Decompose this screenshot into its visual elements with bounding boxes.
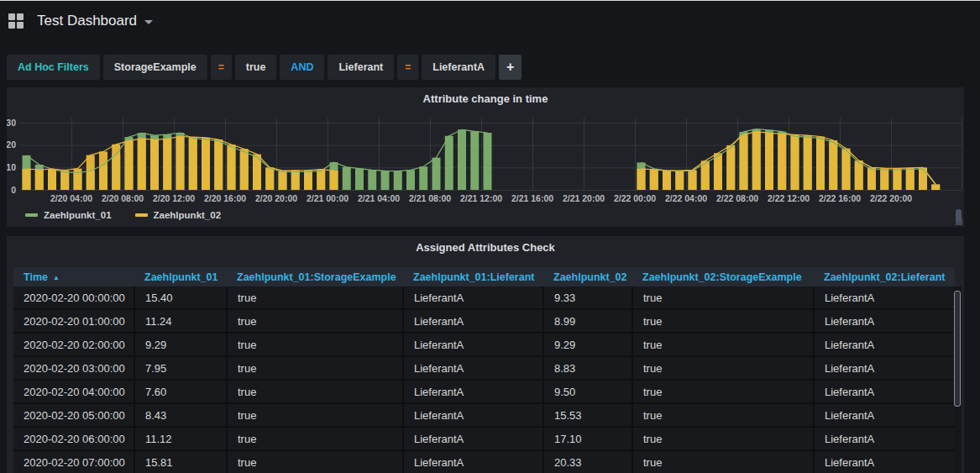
scrollbar-thumb[interactable]: [954, 291, 961, 407]
chart-panel-title[interactable]: Attribute change in time: [7, 92, 964, 105]
legend-item-Zaehlpunkt_01[interactable]: Zaehlpunkt_01: [25, 210, 112, 220]
table-cell: 20.33: [543, 450, 632, 473]
bar: [689, 170, 697, 190]
x-tick-label: 2/22 16:00: [819, 193, 861, 203]
bar: [458, 129, 466, 190]
table-cell: LieferantA: [814, 380, 955, 403]
x-tick-label: 2/20 04:00: [50, 193, 92, 203]
table-cell: LieferantA: [403, 450, 543, 473]
x-tick-label: 2/21 08:00: [409, 193, 451, 203]
table-cell: 2020-02-20 06:00:00: [13, 427, 134, 450]
table-cell: true: [632, 286, 814, 309]
bar: [317, 170, 325, 190]
table-cell: 15.53: [543, 403, 632, 427]
bar: [778, 134, 786, 190]
table-cell: LieferantA: [814, 286, 955, 309]
column-header-Zaehlpunkt_02:Lieferant[interactable]: Zaehlpunkt_02:Lieferant: [814, 267, 955, 286]
add-filter-button[interactable]: +: [499, 55, 521, 80]
panel-resize-handle[interactable]: [955, 218, 962, 225]
filter-value-chip[interactable]: LieferantA: [422, 55, 495, 80]
series-bars-Zaehlpunkt_02: [23, 132, 941, 190]
bar: [60, 170, 69, 190]
bar: [484, 133, 492, 190]
table-cell: LieferantA: [403, 427, 543, 450]
bar: [637, 169, 646, 190]
table-cell: true: [227, 380, 403, 403]
bar: [202, 138, 210, 190]
table-cell: 2020-02-20 07:00:00: [13, 450, 134, 473]
filter-op-chip[interactable]: =: [397, 55, 418, 80]
table-cell: true: [632, 427, 814, 450]
y-tick-label: 30: [7, 118, 16, 128]
table-cell: true: [227, 427, 403, 450]
bar: [381, 171, 390, 190]
bar: [765, 133, 773, 190]
bar: [829, 140, 837, 190]
adhoc-filter-bar: Ad Hoc Filters StorageExample=trueANDLie…: [7, 55, 521, 80]
table-cell: 7.95: [134, 356, 227, 380]
column-header-Zaehlpunkt_02:StorageExample[interactable]: Zaehlpunkt_02:StorageExample: [632, 267, 814, 286]
bar: [304, 171, 312, 190]
table-cell: LieferantA: [814, 356, 955, 380]
bar: [394, 171, 402, 190]
legend-dash-icon: [25, 213, 38, 217]
table-cell: LieferantA: [403, 380, 543, 403]
column-header-Zaehlpunkt_01[interactable]: Zaehlpunkt_01: [134, 267, 227, 286]
table-cell: 9.29: [543, 333, 632, 356]
table-cell: true: [227, 333, 403, 356]
x-tick-label: 2/20 20:00: [255, 193, 297, 203]
bar: [867, 167, 876, 190]
legend-dash-icon: [135, 213, 148, 217]
column-header-Zaehlpunkt_02[interactable]: Zaehlpunkt_02: [543, 267, 632, 286]
dashboard-header: Test Dashboard: [8, 8, 153, 34]
filter-key-chip[interactable]: Lieferant: [328, 55, 394, 80]
x-tick-label: 2/22 04:00: [665, 193, 707, 203]
table-cell: 11.24: [134, 309, 227, 333]
x-tick-label: 2/22 20:00: [870, 193, 912, 203]
bar: [343, 167, 351, 190]
series-line-Zaehlpunkt_01: [27, 129, 936, 185]
panel-attribute-change: Attribute change in time 01020302/20 04:…: [7, 87, 964, 227]
adhoc-filters-label: Ad Hoc Filters: [7, 55, 100, 80]
table-header-row: Time▲Zaehlpunkt_01Zaehlpunkt_01:StorageE…: [13, 267, 955, 286]
table-cell: true: [227, 286, 403, 309]
filter-value-chip[interactable]: true: [235, 55, 277, 80]
table-cell: LieferantA: [403, 309, 543, 333]
y-tick-label: 10: [7, 162, 16, 172]
dashboard-title[interactable]: Test Dashboard: [37, 13, 137, 29]
series-bars-Zaehlpunkt_01: [23, 129, 941, 190]
dashboard-grid-icon[interactable]: [8, 13, 24, 29]
filter-key-chip[interactable]: StorageExample: [103, 55, 207, 80]
table-cell: 8.83: [543, 356, 632, 380]
filter-cond-chip[interactable]: AND: [280, 55, 324, 80]
x-tick-label: 2/22 00:00: [614, 193, 656, 203]
bar: [406, 170, 415, 190]
bar: [470, 131, 479, 190]
table-cell: 11.12: [134, 427, 227, 450]
bar: [432, 158, 441, 190]
chevron-down-icon[interactable]: [144, 20, 153, 24]
table-cell: 17.10: [543, 427, 632, 450]
table-row: 2020-02-20 00:00:0015.40trueLieferantA9.…: [13, 286, 955, 309]
table-panel-title[interactable]: Assigned Attributes Check: [7, 241, 964, 254]
x-tick-label: 2/20 08:00: [102, 193, 144, 203]
table-cell: LieferantA: [814, 403, 955, 427]
bar: [855, 160, 863, 190]
table-cell: 7.60: [134, 380, 227, 403]
column-header-Zaehlpunkt_01:StorageExample[interactable]: Zaehlpunkt_01:StorageExample: [227, 267, 403, 286]
legend-label: Zaehlpunkt_02: [154, 210, 222, 220]
table-cell: LieferantA: [403, 286, 543, 309]
x-tick-label: 2/21 04:00: [358, 193, 400, 203]
time-series-chart[interactable]: 01020302/20 04:002/20 08:002/20 12:002/2…: [7, 106, 964, 207]
column-header-Zaehlpunkt_01:Lieferant[interactable]: Zaehlpunkt_01:Lieferant: [403, 267, 543, 286]
x-tick-label: 2/21 00:00: [307, 193, 349, 203]
table-cell: LieferantA: [814, 333, 955, 356]
legend-item-Zaehlpunkt_02[interactable]: Zaehlpunkt_02: [135, 210, 222, 220]
x-tick-label: 2/20 16:00: [204, 193, 246, 203]
table-cell: true: [227, 403, 403, 427]
filter-op-chip[interactable]: =: [211, 55, 232, 80]
table-row: 2020-02-20 05:00:008.43trueLieferantA15.…: [13, 403, 955, 427]
table-row: 2020-02-20 02:00:009.29trueLieferantA9.2…: [13, 333, 955, 356]
bar: [714, 153, 722, 190]
column-header-Time[interactable]: Time▲: [13, 267, 134, 286]
